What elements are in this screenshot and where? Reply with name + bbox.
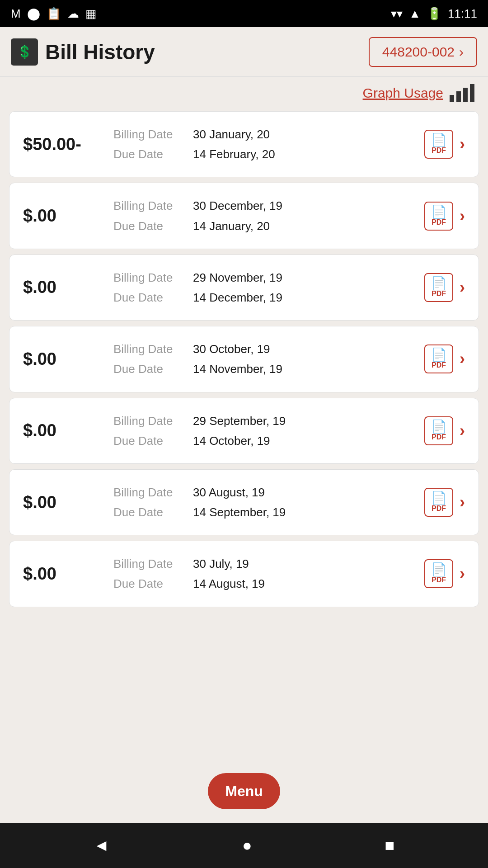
menu-container: Menu	[0, 764, 488, 823]
bill-chevron-icon: ›	[460, 349, 465, 368]
pdf-label: PDF	[432, 218, 446, 226]
pdf-label: PDF	[432, 290, 446, 298]
pdf-symbol: 📄	[431, 134, 447, 146]
pdf-icon[interactable]: 📄 PDF	[424, 344, 453, 373]
pdf-icon[interactable]: 📄 PDF	[424, 559, 453, 588]
billing-date-label: Billing Date	[113, 124, 186, 144]
pdf-label: PDF	[432, 361, 446, 369]
bill-amount: $.00	[23, 278, 104, 297]
bill-chevron-icon: ›	[460, 564, 465, 583]
billing-date-row: Billing Date 29 November, 19	[113, 268, 424, 288]
battery-icon: 🔋	[427, 7, 441, 21]
billing-date-label: Billing Date	[113, 482, 186, 502]
pdf-label: PDF	[432, 433, 446, 441]
bill-dates: Billing Date 29 November, 19 Due Date 14…	[104, 268, 424, 307]
due-date-value: 14 January, 20	[193, 216, 270, 236]
bill-actions: 📄 PDF ›	[424, 344, 465, 373]
due-date-value: 14 November, 19	[193, 359, 282, 379]
bill-amount: $.00	[23, 349, 104, 369]
back-button[interactable]: ◄	[94, 836, 110, 855]
pdf-symbol: 📄	[431, 420, 447, 433]
billing-date-value: 30 July, 19	[193, 554, 249, 574]
bill-card[interactable]: $.00 Billing Date 29 November, 19 Due Da…	[9, 255, 479, 321]
due-date-label: Due Date	[113, 574, 186, 594]
bill-amount: $50.00-	[23, 135, 104, 154]
bill-card[interactable]: $.00 Billing Date 30 August, 19 Due Date…	[9, 469, 479, 535]
billing-date-label: Billing Date	[113, 268, 186, 288]
due-date-value: 14 September, 19	[193, 502, 286, 522]
due-date-row: Due Date 14 November, 19	[113, 359, 424, 379]
billing-date-label: Billing Date	[113, 554, 186, 574]
billing-date-value: 30 October, 19	[193, 339, 270, 359]
signal-icon: ▲	[409, 7, 421, 21]
pdf-icon[interactable]: 📄 PDF	[424, 202, 453, 231]
billing-date-value: 29 November, 19	[193, 268, 282, 288]
pdf-label: PDF	[432, 576, 446, 584]
bill-card[interactable]: $.00 Billing Date 30 October, 19 Due Dat…	[9, 326, 479, 392]
due-date-value: 14 February, 20	[193, 144, 275, 164]
account-chevron-icon: ›	[459, 44, 464, 60]
wifi-icon: ▾▾	[391, 7, 403, 21]
pdf-icon[interactable]: 📄 PDF	[424, 416, 453, 445]
pdf-icon[interactable]: 📄 PDF	[424, 130, 453, 159]
pdf-icon[interactable]: 📄 PDF	[424, 488, 453, 517]
bill-actions: 📄 PDF ›	[424, 559, 465, 588]
due-date-value: 14 August, 19	[193, 574, 265, 594]
bill-amount: $.00	[23, 206, 104, 226]
due-date-value: 14 December, 19	[193, 288, 282, 307]
sim-icon: 📋	[47, 7, 61, 21]
billing-date-label: Billing Date	[113, 339, 186, 359]
bill-chevron-icon: ›	[460, 421, 465, 440]
dollar-icon: 💲	[17, 44, 33, 59]
record-icon: ⬤	[27, 7, 40, 21]
pdf-symbol: 📄	[431, 563, 447, 576]
bill-card[interactable]: $.00 Billing Date 29 September, 19 Due D…	[9, 398, 479, 464]
due-date-label: Due Date	[113, 431, 186, 451]
billing-date-row: Billing Date 30 December, 19	[113, 196, 424, 216]
header: 💲 Bill History 448200-002 ›	[0, 27, 488, 77]
due-date-label: Due Date	[113, 144, 186, 164]
pdf-label: PDF	[432, 146, 446, 155]
due-date-value: 14 October, 19	[193, 431, 270, 451]
graph-usage-link[interactable]: Graph Usage	[363, 85, 443, 101]
cloud-icon: ☁	[67, 7, 79, 21]
nav-bar: ◄ ● ■	[0, 823, 488, 868]
status-bar: M ⬤ 📋 ☁ ▦ ▾▾ ▲ 🔋 11:11	[0, 0, 488, 27]
account-button[interactable]: 448200-002 ›	[369, 37, 477, 67]
billing-date-row: Billing Date 30 October, 19	[113, 339, 424, 359]
status-bar-left: M ⬤ 📋 ☁ ▦	[11, 7, 97, 21]
due-date-row: Due Date 14 January, 20	[113, 216, 424, 236]
bill-actions: 📄 PDF ›	[424, 488, 465, 517]
billing-date-value: 30 December, 19	[193, 196, 282, 216]
bar-4	[470, 84, 474, 102]
pdf-symbol: 📄	[431, 492, 447, 505]
pdf-symbol: 📄	[431, 277, 447, 290]
bill-amount: $.00	[23, 564, 104, 584]
bill-amount: $.00	[23, 493, 104, 512]
bill-actions: 📄 PDF ›	[424, 202, 465, 231]
bill-dates: Billing Date 30 August, 19 Due Date 14 S…	[104, 482, 424, 522]
billing-date-label: Billing Date	[113, 411, 186, 431]
due-date-row: Due Date 14 September, 19	[113, 502, 424, 522]
bill-dates: Billing Date 30 October, 19 Due Date 14 …	[104, 339, 424, 379]
due-date-row: Due Date 14 August, 19	[113, 574, 424, 594]
due-date-label: Due Date	[113, 216, 186, 236]
bill-chevron-icon: ›	[460, 278, 465, 297]
billing-date-row: Billing Date 29 September, 19	[113, 411, 424, 431]
time-display: 11:11	[448, 7, 477, 21]
graph-usage-bar: Graph Usage	[0, 77, 488, 107]
menu-button[interactable]: Menu	[208, 773, 280, 809]
due-date-row: Due Date 14 October, 19	[113, 431, 424, 451]
billing-date-value: 30 August, 19	[193, 482, 265, 502]
bar-3	[463, 88, 468, 102]
bill-actions: 📄 PDF ›	[424, 130, 465, 159]
bill-card[interactable]: $50.00- Billing Date 30 January, 20 Due …	[9, 111, 479, 177]
bill-card[interactable]: $.00 Billing Date 30 July, 19 Due Date 1…	[9, 541, 479, 607]
bill-actions: 📄 PDF ›	[424, 416, 465, 445]
pdf-icon[interactable]: 📄 PDF	[424, 273, 453, 302]
bill-card[interactable]: $.00 Billing Date 30 December, 19 Due Da…	[9, 183, 479, 249]
bill-chevron-icon: ›	[460, 207, 465, 226]
recent-button[interactable]: ■	[385, 836, 394, 855]
home-button[interactable]: ●	[242, 836, 252, 855]
header-left: 💲 Bill History	[11, 38, 155, 66]
